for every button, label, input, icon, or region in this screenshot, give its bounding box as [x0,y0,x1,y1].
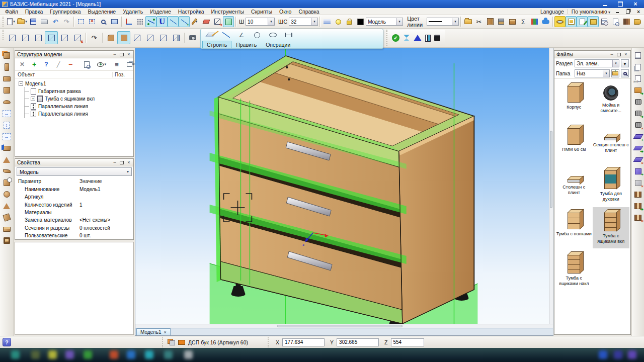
menu-help[interactable]: Справка [295,9,323,15]
menu-group[interactable]: Группировка [46,9,84,15]
draw-angle-button[interactable]: ∠ [236,30,247,41]
cascade-windows-button[interactable] [126,59,135,69]
width-combo[interactable]: 10 [246,18,275,26]
y-coordinate-field[interactable] [337,338,379,346]
print-docs-tool[interactable] [632,62,643,72]
search-button[interactable] [621,69,629,77]
open-document-button[interactable] [17,16,28,27]
menu-default-scheme[interactable]: По умолчанию [572,9,610,15]
view-iso-button[interactable] [45,31,58,44]
tab-operations[interactable]: Операции [261,41,295,48]
handbook-button[interactable] [632,16,643,27]
spring-tool[interactable] [632,97,643,107]
groove-tool[interactable] [632,189,643,200]
seam-combo[interactable]: 32 [289,18,318,26]
box-panel-tool[interactable] [1,85,12,96]
taskbar-tray-icon[interactable] [599,350,607,359]
panel-close-icon[interactable] [623,52,628,57]
ruler-window-tool[interactable] [632,50,643,61]
lock-button[interactable] [344,16,355,27]
section-combo[interactable]: Эл. элем. [575,59,619,67]
library-item-dishwasher[interactable]: ПММ 60 см [555,123,593,164]
view-top-button[interactable] [19,31,32,44]
document-tab[interactable]: Модель1 [136,328,171,335]
specification-button[interactable]: Σ [518,16,529,27]
property-row[interactable]: Пользовательские0 шт. [15,232,133,239]
confirm-check-icon[interactable]: ✓ [392,34,399,42]
wave-panel-tool[interactable] [1,166,12,176]
menu-delete[interactable]: Удалить [119,9,146,15]
taskbar-app-icon[interactable] [110,350,118,359]
snap-line-button[interactable] [168,16,179,27]
history-button[interactable] [599,16,610,27]
view-custom-button[interactable]: ↯ [71,31,84,44]
taskbar-tray-icon[interactable] [614,350,622,359]
panel-close-icon[interactable] [126,52,131,57]
property-row[interactable]: Замена материалов<Нет схемы> [15,216,133,224]
mdi-close-icon[interactable] [635,9,642,14]
menu-language[interactable]: Language [540,9,564,15]
tree-item-parallel-line-1[interactable]: Параллельная линия [25,103,133,110]
clock-panel-tool[interactable] [1,177,12,188]
cabinet-front-tool[interactable] [1,235,12,246]
drawer-tool[interactable] [1,224,12,234]
chevron-down-icon[interactable] [612,60,619,67]
view-back-button[interactable] [58,31,71,44]
panel-minimize-icon[interactable] [609,52,614,57]
column-position[interactable]: Поз. [112,72,133,77]
statistics-button[interactable] [529,16,540,27]
menu-select[interactable]: Выделение [85,9,120,15]
snap-line-add-button[interactable]: + [179,16,190,27]
folder-combo[interactable]: Низ [575,69,610,77]
door-panel-icon[interactable] [425,35,431,42]
render-half-button[interactable] [156,31,170,44]
new-document-button[interactable] [6,16,17,27]
filter-button[interactable] [621,59,629,67]
block-remove-tool[interactable]: × [632,177,643,188]
panel-float-icon[interactable] [119,160,124,165]
help-button[interactable] [3,338,11,346]
add-line-button[interactable] [30,59,39,69]
dimension-vertical-tool[interactable]: ↕ [1,120,12,130]
render-hidden-button[interactable] [143,31,156,44]
line-style-combo[interactable] [427,18,459,26]
snap-node-button[interactable] [145,16,156,27]
save-button[interactable] [28,16,39,27]
library-item-countertop-section[interactable]: Секция столеш с плинт [593,123,630,164]
x-coordinate-field[interactable] [282,338,325,346]
chevron-down-icon[interactable] [311,18,317,25]
minimize-icon[interactable] [599,1,612,8]
library-item-countertop[interactable]: Столешн с плинт [555,165,593,206]
panel-close-icon[interactable] [126,160,131,165]
groove-remove-tool[interactable]: × [632,212,643,223]
tree-item-frame[interactable]: Габаритная рамка [25,87,133,95]
column-object[interactable]: Объект [18,72,35,77]
table-toggle-button[interactable] [588,16,599,27]
dimension-horizontal-tool[interactable]: ↔ [1,131,12,142]
zoom-fit-button[interactable] [75,16,87,27]
visibility-eye-button[interactable] [97,59,106,69]
library-item-shelf-cabinet[interactable]: Тумба с полками [555,207,593,248]
taskbar-app-icon[interactable] [11,350,20,359]
view-mode-button[interactable] [554,16,566,27]
scrollbar-thumb[interactable] [277,325,403,327]
menu-scripts[interactable]: Скрипты [248,9,276,15]
library-item-drawer-cabinet-selected[interactable]: Тумба с ящиками вкл [593,207,630,248]
mdi-restore-icon[interactable] [624,9,631,14]
chevron-down-icon[interactable] [396,18,403,25]
draw-plane-button[interactable] [205,30,216,41]
panel-float-icon[interactable] [616,52,621,57]
structure-settings-button[interactable] [18,59,27,69]
menu-file[interactable]: Файл [2,9,22,15]
render-solid-button[interactable] [117,31,130,44]
menu-window[interactable]: Окно [276,9,295,15]
property-row[interactable]: Количество изделий1 [15,201,133,209]
export-model-button[interactable]: ➔ [212,16,223,27]
horizontal-panel-tool[interactable] [1,73,12,84]
grid-toggle-button[interactable] [134,16,145,27]
library-item-korpus[interactable]: Корпус [555,80,593,122]
block-add-tool[interactable]: + [632,166,643,176]
model-viewport[interactable]: z [135,48,553,324]
taskbar-tray-icon[interactable] [628,350,636,359]
material-group[interactable]: ДСП бук 16 (Артикул 60) [162,337,253,347]
